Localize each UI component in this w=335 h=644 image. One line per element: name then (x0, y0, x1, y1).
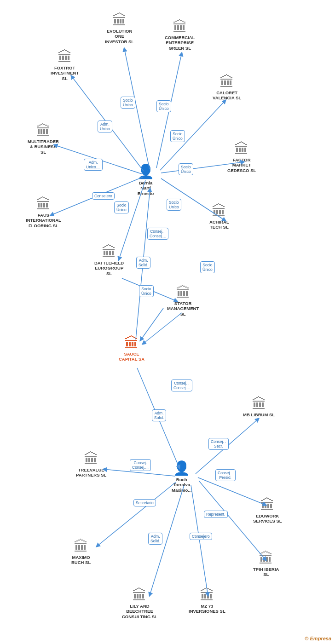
svg-line-0 (124, 48, 150, 169)
commercial-node: 🏛 COMMERCIAL ENTERPRISE GREEN SL (165, 19, 195, 51)
badge-socio-unico-1[interactable]: SocioÚnico (121, 97, 135, 109)
badge-consejero-2[interactable]: Consejero (190, 533, 212, 540)
maximo-building-icon: 🏛 (74, 539, 88, 554)
caloret-node: 🏛 CALORET VALENCIA SL (213, 75, 241, 101)
badge-adm-unico-2[interactable]: Adm.Unico.... (84, 159, 103, 171)
badge-consej-secr[interactable]: Consej. .Secr. (208, 438, 229, 450)
eduwork-label: EDUWORK SERVICES SL (253, 513, 282, 524)
mb-librum-label: MB LIBRUM SL (243, 412, 275, 417)
commercial-label: COMMERCIAL ENTERPRISE GREEN SL (165, 35, 195, 51)
evolution-label: EVOLUTION ONE INVESTOR SL (105, 29, 134, 44)
sauce-building-icon: 🏛 (124, 336, 139, 351)
foxtrot-label: FOXTROT INVESTMENT SL (51, 65, 79, 81)
tpih-building-icon: 🏛 (259, 551, 273, 566)
tpih-label: TPIH IBERIA SL (253, 567, 279, 577)
badge-consej-presid[interactable]: Consej. .Presid. (215, 469, 236, 481)
maximo-label: MAXIMO BUCH SL (71, 555, 91, 565)
battlefield-node: 🏛 BATTLEFIELD EUROGROUP SL (94, 245, 124, 276)
factor-building-icon: 🏛 (234, 142, 249, 156)
mz73-building-icon: 🏛 (200, 588, 214, 603)
badge-socio-unico-7[interactable]: SocioÚnico (200, 261, 215, 273)
foxtrot-building-icon: 🏛 (58, 50, 72, 64)
buch-node: 👤 Buch Torralva Maximo... (172, 460, 191, 493)
eduwork-building-icon: 🏛 (260, 498, 275, 512)
badge-socio-unico-4[interactable]: SocioÚnico (179, 163, 193, 175)
maximo-node: 🏛 MAXIMO BUCH SL (71, 539, 91, 565)
sauce-label: SAUCE CAPITAL SA (119, 351, 144, 362)
mz73-node: 🏛 MZ 73 INVERSIONES SL (189, 588, 225, 614)
badge-consej-3[interactable]: Consej.Consej.... (130, 459, 151, 471)
badge-consej-2[interactable]: Consej. .Consej.... (171, 380, 192, 391)
achiral-label: ACHIRAL TECH SL (209, 219, 229, 230)
treevalue-node: 🏛 TREEVALUE PARTNERS SL (76, 452, 106, 478)
foxtrot-node: 🏛 FOXTROT INVESTMENT SL (51, 50, 79, 81)
badge-adm-solid-1[interactable]: Adm.Solid. (136, 257, 150, 269)
badge-socio-unico-3[interactable]: SocioÚnico (170, 130, 185, 142)
multitrader-label: MULTITRADER & BUSINESS SL (28, 139, 59, 155)
badge-consej-1[interactable]: Consej. .Consej.... (147, 228, 168, 240)
badge-socio-unico-6[interactable]: SocioÚnico (167, 199, 181, 211)
evolution-building-icon: 🏛 (112, 13, 127, 28)
badge-socio-unico-5[interactable]: SocioÚnico (114, 201, 129, 213)
mb-librum-node: 🏛 MB LIBRUM SL (243, 397, 275, 417)
badge-socio-unico-8[interactable]: SocioÚnico (139, 285, 154, 297)
lily-building-icon: 🏛 (132, 588, 147, 603)
battlefield-label: BATTLEFIELD EUROGROUP SL (94, 260, 124, 276)
eduwork-node: 🏛 EDUWORK SERVICES SL (253, 498, 282, 524)
connection-lines (0, 0, 335, 644)
bernia-node: 👤 Bernia Marti Ernesto (137, 163, 154, 196)
stator-label: STATOR MANAGEMENT SL (167, 301, 199, 316)
stator-node: 🏛 STATOR MANAGEMENT SL (167, 285, 199, 316)
badge-adm-unico-1[interactable]: Adm.Unico (98, 121, 112, 132)
lily-label: LILY AND BEECHTREE CONSULTING SL (122, 604, 157, 619)
badge-socio-unico-2[interactable]: SocioÚnico (156, 100, 171, 112)
caloret-building-icon: 🏛 (219, 75, 234, 89)
svg-line-19 (191, 485, 208, 596)
diagram: 👤 Bernia Marti Ernesto 👤 Buch Torralva M… (0, 0, 335, 644)
treevalue-label: TREEVALUE PARTNERS SL (76, 467, 106, 478)
badge-secretario[interactable]: Secretario (133, 499, 156, 506)
faus-building-icon: 🏛 (36, 197, 51, 212)
achiral-node: 🏛 ACHIRAL TECH SL (209, 204, 229, 230)
treevalue-building-icon: 🏛 (84, 452, 98, 466)
badge-consejero-1[interactable]: Consejero (92, 192, 115, 200)
badge-adm-solid-3[interactable]: Adm.Solid. (148, 533, 162, 545)
stator-building-icon: 🏛 (176, 285, 191, 300)
buch-person-icon: 👤 (173, 460, 190, 476)
multitrader-building-icon: 🏛 (36, 123, 51, 138)
multitrader-node: 🏛 MULTITRADER & BUSINESS SL (28, 123, 59, 155)
mz73-label: MZ 73 INVERSIONES SL (189, 604, 225, 614)
battlefield-building-icon: 🏛 (102, 245, 116, 259)
bernia-label: Bernia Marti Ernesto (138, 180, 154, 196)
factor-label: FACTOR MARKET GEDESCO SL (227, 157, 256, 173)
caloret-label: CALORET VALENCIA SL (213, 90, 241, 101)
mb-librum-building-icon: 🏛 (252, 397, 266, 411)
faus-label: FAUS INTERNATIONAL FLOORING SL (26, 213, 61, 228)
bernia-person-icon: 👤 (137, 163, 154, 179)
watermark: © Empresa (305, 636, 331, 641)
badge-adm-solid-2[interactable]: Adm.Solid. (152, 409, 166, 421)
faus-node: 🏛 FAUS INTERNATIONAL FLOORING SL (26, 197, 61, 228)
buch-label: Buch Torralva Maximo... (172, 477, 191, 493)
tpih-node: 🏛 TPIH IBERIA SL (253, 551, 279, 577)
achiral-building-icon: 🏛 (212, 204, 226, 218)
sauce-node: 🏛 SAUCE CAPITAL SA (119, 336, 144, 362)
evolution-node: 🏛 EVOLUTION ONE INVESTOR SL (105, 13, 134, 44)
factor-node: 🏛 FACTOR MARKET GEDESCO SL (227, 142, 256, 173)
svg-line-11 (143, 313, 182, 344)
lily-node: 🏛 LILY AND BEECHTREE CONSULTING SL (122, 588, 157, 619)
commercial-building-icon: 🏛 (173, 19, 187, 34)
badge-represent[interactable]: Represent. (204, 511, 228, 518)
svg-line-17 (97, 482, 176, 546)
